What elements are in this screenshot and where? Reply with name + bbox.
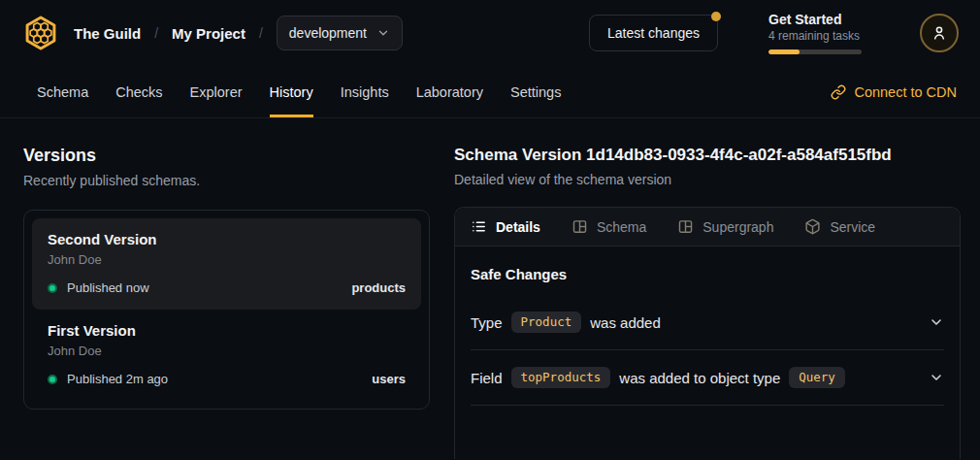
version-author: John Doe <box>48 252 406 267</box>
get-started-widget[interactable]: Get Started 4 remaining tasks <box>768 12 862 54</box>
change-suffix: was added to object type <box>619 370 780 386</box>
hive-logo-icon[interactable] <box>21 14 60 52</box>
get-started-subtitle: 4 remaining tasks <box>768 29 862 43</box>
app-header: The Guild / My Project / development Lat… <box>0 0 980 66</box>
cube-icon <box>804 218 821 235</box>
latest-changes-label: Latest changes <box>607 25 700 41</box>
change-code: topProducts <box>511 367 611 388</box>
chevron-down-icon[interactable] <box>929 370 944 385</box>
tab-laboratory[interactable]: Laboratory <box>416 66 483 117</box>
tab-label: Supergraph <box>702 219 773 235</box>
version-detail-panel: Schema Version 1d14db83-0933-4f4c-a02f-a… <box>454 146 961 459</box>
user-avatar[interactable] <box>920 14 959 52</box>
published-dot-icon <box>48 283 57 293</box>
header-right: Latest changes Get Started 4 remaining t… <box>589 12 959 54</box>
target-selector[interactable]: development <box>277 16 403 50</box>
change-prefix: Type <box>471 314 503 331</box>
version-service: users <box>372 372 406 386</box>
columns-icon <box>572 218 588 235</box>
breadcrumb-separator: / <box>154 25 158 41</box>
versions-panel: Versions Recently published schemas. Sec… <box>23 146 430 459</box>
link-icon <box>831 84 846 100</box>
get-started-progressbar <box>768 49 862 54</box>
org-link[interactable]: The Guild <box>74 25 141 42</box>
list-icon <box>471 218 487 235</box>
chevron-down-icon[interactable] <box>929 314 944 330</box>
version-detail-subtitle: Detailed view of the schema version <box>454 172 961 187</box>
target-selector-value: development <box>289 25 367 41</box>
change-row[interactable]: Field topProducts was added to object ty… <box>471 350 944 406</box>
version-status: Published 2m ago <box>67 372 168 386</box>
tab-label: Details <box>496 219 540 235</box>
target-navbar: Schema Checks Explorer History Insights … <box>0 66 980 118</box>
versions-subtitle: Recently published schemas. <box>23 173 430 188</box>
connect-to-cdn-link[interactable]: Connect to CDN <box>831 66 957 117</box>
change-code: Product <box>511 312 582 333</box>
latest-changes-button[interactable]: Latest changes <box>589 15 718 51</box>
change-code: Query <box>789 367 845 388</box>
detail-body: Safe Changes Type Product was added Fiel… <box>455 246 960 406</box>
chevron-down-icon <box>376 26 390 40</box>
tab-checks[interactable]: Checks <box>115 66 162 117</box>
versions-title: Versions <box>23 146 430 166</box>
version-detail-card: Details Schema Supergraph <box>454 207 961 459</box>
tab-explorer[interactable]: Explorer <box>190 66 243 117</box>
version-detail-title: Schema Version 1d14db83-0933-4f4c-a02f-a… <box>454 146 961 165</box>
connect-to-cdn-label: Connect to CDN <box>854 84 957 100</box>
main-content: Versions Recently published schemas. Sec… <box>0 118 980 459</box>
detail-tabs: Details Schema Supergraph <box>455 208 960 246</box>
tab-label: Schema <box>597 219 646 235</box>
version-status-row: Published now products <box>48 280 406 295</box>
versions-list: Second Version John Doe Published now pr… <box>23 210 430 410</box>
tab-details[interactable]: Details <box>471 218 540 235</box>
breadcrumb: The Guild / My Project / development <box>74 16 403 50</box>
get-started-progress-fill <box>768 49 800 54</box>
change-prefix: Field <box>471 370 503 386</box>
tab-label: Service <box>830 219 875 235</box>
safe-changes-title: Safe Changes <box>471 266 944 282</box>
version-author: John Doe <box>48 344 406 358</box>
get-started-title: Get Started <box>768 12 862 27</box>
tab-schema-view[interactable]: Schema <box>572 218 646 235</box>
project-link[interactable]: My Project <box>172 25 245 42</box>
tab-supergraph[interactable]: Supergraph <box>677 218 773 235</box>
tab-history[interactable]: History <box>270 66 313 117</box>
version-status: Published now <box>67 280 149 295</box>
tab-schema[interactable]: Schema <box>37 66 88 117</box>
tab-settings[interactable]: Settings <box>510 66 561 117</box>
version-list-item[interactable]: First Version John Doe Published 2m ago … <box>32 310 421 401</box>
breadcrumb-separator: / <box>259 25 263 41</box>
notification-dot <box>711 12 721 21</box>
version-name: Second Version <box>48 231 406 247</box>
tab-service[interactable]: Service <box>804 218 875 235</box>
user-icon <box>930 23 949 43</box>
version-service: products <box>351 280 406 295</box>
change-row[interactable]: Type Product was added <box>471 295 944 350</box>
change-suffix: was added <box>590 314 661 331</box>
tab-insights[interactable]: Insights <box>341 66 389 117</box>
nav-tabs: Schema Checks Explorer History Insights … <box>37 66 561 117</box>
version-name: First Version <box>48 322 406 339</box>
version-status-row: Published 2m ago users <box>48 372 406 386</box>
published-dot-icon <box>48 375 57 384</box>
columns-icon <box>677 218 694 235</box>
version-list-item[interactable]: Second Version John Doe Published now pr… <box>32 218 421 310</box>
